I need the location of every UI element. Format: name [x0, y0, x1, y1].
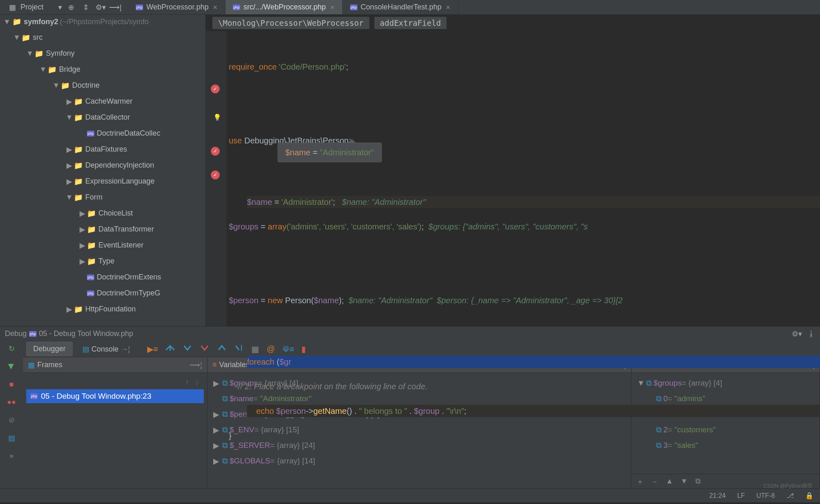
tree-item[interactable]: phpDoctrineDataCollec: [0, 125, 205, 141]
pin-icon[interactable]: ⟶¦: [189, 361, 202, 370]
mute-breakpoints-icon[interactable]: ⊘: [9, 415, 15, 425]
bulb-icon[interactable]: 💡: [213, 111, 221, 124]
close-icon[interactable]: ✕: [446, 4, 451, 11]
tree-item[interactable]: phpDoctrineOrmTypeG: [0, 285, 205, 301]
breadcrumb-namespace[interactable]: \Monolog\Processor\WebProcessor: [212, 17, 369, 29]
breadcrumb: \Monolog\Processor\WebProcessor addExtra…: [206, 15, 820, 31]
step-over-icon[interactable]: [165, 344, 175, 354]
project-dropdown-icon[interactable]: ▾: [58, 3, 62, 12]
project-name: symfony2: [24, 18, 58, 26]
breakpoint-icon[interactable]: ✓: [211, 170, 220, 179]
tab-label: src/.../WebProcessor.php: [244, 3, 326, 11]
tree-item[interactable]: ▼📁Form: [0, 189, 205, 205]
tree-item[interactable]: ▶📁DataTransformer: [0, 221, 205, 237]
view-breakpoints-icon[interactable]: ●●: [7, 398, 16, 406]
force-step-into-icon[interactable]: [200, 344, 210, 354]
chevron-icon[interactable]: ▶: [78, 209, 87, 218]
tree-item[interactable]: ▼📁DataCollector: [0, 109, 205, 125]
tab-webprocessor-1[interactable]: php WebProcessor.php ✕: [128, 0, 226, 14]
step-out-icon[interactable]: [217, 344, 227, 354]
layout-icon[interactable]: ▤: [8, 434, 15, 443]
chevron-icon[interactable]: ▼: [39, 65, 48, 74]
tree-label: Symfony: [46, 49, 75, 58]
php-icon: php: [30, 393, 38, 399]
step-into-icon[interactable]: [182, 344, 192, 354]
tree-item[interactable]: ▼📁Doctrine: [0, 77, 205, 93]
chevron-icon[interactable]: ▶: [78, 225, 87, 234]
chevron-icon[interactable]: ▶: [65, 161, 74, 170]
chevron-icon[interactable]: ▼: [25, 49, 34, 58]
chevron-right-icon[interactable]: ▶: [213, 441, 222, 450]
tab-label: ConsoleHandlerTest.php: [361, 3, 442, 11]
tree-label: CacheWarmer: [85, 97, 132, 106]
tab-consolehandlertest[interactable]: php ConsoleHandlerTest.php ✕: [343, 0, 458, 14]
project-view-icon[interactable]: ▦: [7, 2, 18, 13]
var-badge-icon: ⧉: [222, 425, 228, 434]
watermark: CSDN @Python南帝: [763, 482, 813, 490]
code-lines: require_once 'Code/Person.php'; use Debu…: [229, 36, 820, 504]
tree-item[interactable]: ▶📁ExpressionLanguage: [0, 173, 205, 189]
variables-icon: ≡: [212, 361, 217, 369]
breakpoint-icon[interactable]: ✓: [211, 84, 220, 93]
breakpoint-icon[interactable]: ✓: [211, 147, 220, 156]
chevron-icon[interactable]: ▼: [65, 113, 74, 122]
code-editor[interactable]: ✓ 💡 ✓ ✓ require_once 'Code/Person.php'; …: [206, 31, 820, 326]
folder-icon: 📁: [87, 257, 96, 266]
frame-down-icon[interactable]: ↓: [195, 378, 199, 387]
resume-icon[interactable]: ▶: [7, 364, 16, 370]
close-icon[interactable]: ✕: [330, 4, 335, 11]
stop-icon[interactable]: ■: [9, 380, 14, 389]
tree-item[interactable]: ▶📁DataFixtures: [0, 141, 205, 157]
collapse-icon[interactable]: ⇕: [80, 2, 91, 13]
locate-icon[interactable]: ⊕: [65, 2, 77, 13]
chevron-right-icon[interactable]: ▶: [213, 456, 222, 466]
folder-icon: 📁: [74, 113, 83, 122]
php-icon: php: [136, 5, 143, 10]
tree-item[interactable]: ▼📁Symfony: [0, 45, 205, 61]
folder-icon: 📁: [21, 33, 30, 42]
tab-webprocessor-2[interactable]: php src/.../WebProcessor.php ✕: [226, 0, 343, 14]
project-tool-label[interactable]: Project: [20, 3, 43, 11]
chevron-icon[interactable]: ▶: [65, 177, 74, 186]
debugger-tab[interactable]: Debugger: [26, 342, 73, 356]
frame-row[interactable]: php 05 - Debug Tool Window.php:23: [26, 389, 204, 403]
chevron-icon[interactable]: ▶: [78, 241, 87, 250]
debug-tooltip: $name = "Administrator": [278, 143, 382, 162]
hide-icon[interactable]: ⟶|: [109, 2, 121, 13]
chevron-icon[interactable]: ▼: [65, 193, 74, 202]
project-root[interactable]: ▼ 📁 symfony2 (~/PhpstormProjects/symfo: [0, 15, 205, 29]
chevron-icon[interactable]: ▼: [12, 33, 21, 42]
chevron-right-icon[interactable]: ▶: [213, 410, 222, 419]
tree-item[interactable]: ▼📁src: [0, 30, 205, 45]
chevron-icon[interactable]: ▶: [65, 97, 74, 106]
folder-icon: 📁: [74, 161, 83, 170]
gear-icon[interactable]: ⚙▾: [95, 2, 106, 13]
rerun-icon[interactable]: ↻: [9, 344, 15, 353]
console-tab[interactable]: ▤ Console →¦: [76, 342, 137, 356]
tree-item[interactable]: ▶📁Type: [0, 253, 205, 269]
project-sidebar: ▼ 📁 symfony2 (~/PhpstormProjects/symfo ▼…: [0, 15, 206, 326]
tree-label: HttpFoundation: [85, 305, 136, 313]
php-icon: php: [87, 275, 94, 280]
frame-up-icon[interactable]: ↑: [185, 378, 189, 387]
tree-item[interactable]: ▶📁EventListener: [0, 237, 205, 253]
chevron-icon[interactable]: ▶: [65, 145, 74, 154]
tree-item[interactable]: phpDoctrineOrmExtens: [0, 269, 205, 285]
chevron-icon[interactable]: ▼: [52, 81, 61, 90]
chevron-right-icon[interactable]: ▶: [213, 425, 222, 435]
chevron-right-icon[interactable]: ▶: [213, 379, 222, 388]
close-icon[interactable]: ✕: [213, 4, 218, 11]
chevron-icon[interactable]: ▶: [65, 305, 74, 314]
tree-item[interactable]: ▶📁HttpFoundation: [0, 301, 205, 317]
show-execution-point-icon[interactable]: ▶≡: [147, 344, 158, 354]
tree-item[interactable]: ▼📁Bridge: [0, 61, 205, 77]
more-icon[interactable]: »: [9, 452, 14, 460]
tree-item[interactable]: ▶📁CacheWarmer: [0, 93, 205, 109]
tree-item[interactable]: ▶📁DependencyInjection: [0, 157, 205, 173]
breadcrumb-method[interactable]: addExtraField: [374, 17, 447, 29]
tree-item[interactable]: ▶📁ChoiceList: [0, 205, 205, 221]
debug-config-name[interactable]: 05 - Debug Tool Window.php: [39, 329, 133, 338]
php-icon: php: [350, 5, 358, 10]
chevron-down-icon[interactable]: ▼: [3, 18, 12, 26]
chevron-icon[interactable]: ▶: [78, 257, 87, 266]
